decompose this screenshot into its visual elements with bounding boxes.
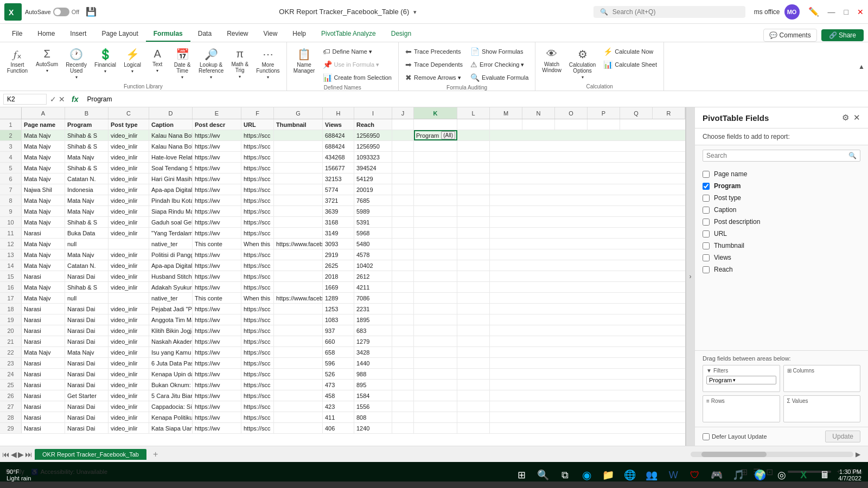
cell-L23[interactable] [457, 358, 490, 368]
cell-E15[interactable]: https://wv [193, 271, 241, 281]
cell-E7[interactable]: https://wv [193, 184, 241, 195]
cell-H14[interactable]: 2625 [323, 260, 354, 271]
cell-F2[interactable]: https://scc [241, 130, 274, 140]
col-header-R[interactable]: R [653, 107, 685, 119]
cell-J29[interactable] [392, 423, 414, 433]
cell-F28[interactable]: https://scc [241, 412, 274, 422]
field-checkbox-5[interactable] [703, 230, 710, 237]
cell-I21[interactable]: 1279 [354, 336, 392, 346]
cell-G3[interactable] [274, 141, 323, 151]
cell-H29[interactable]: 406 [323, 423, 354, 433]
cell-E19[interactable]: https://wv [193, 314, 241, 325]
cell-J8[interactable] [392, 195, 414, 206]
cell-H18[interactable]: 1253 [323, 304, 354, 314]
cell-I16[interactable]: 4211 [354, 282, 392, 292]
cell-B7[interactable]: Indonesia [65, 184, 108, 195]
ribbon-collapse[interactable]: ▲ [858, 42, 868, 91]
search-bar[interactable]: 🔍 [593, 6, 745, 18]
cell-L29[interactable] [457, 423, 490, 433]
date-time-button[interactable]: 📅 Date &Time ▾ [170, 46, 194, 82]
cell-G20[interactable] [274, 325, 323, 336]
close-button[interactable]: ✕ [857, 8, 864, 16]
cell-C10[interactable]: video_inlir [108, 217, 149, 227]
autosave-toggle[interactable]: AutoSave Off [25, 8, 79, 16]
col-header-G[interactable]: G [274, 107, 323, 119]
cell-J21[interactable] [392, 336, 414, 346]
cell-E24[interactable]: https://wv [193, 369, 241, 379]
tab-insert[interactable]: Insert [62, 27, 94, 42]
cell-N1[interactable] [522, 119, 555, 130]
col-header-L[interactable]: L [457, 107, 490, 119]
excel-taskbar-icon[interactable]: X [795, 466, 812, 484]
sheet-tab-okr[interactable]: OKR Report Tracker_Facebook_Tab [35, 449, 146, 460]
cell-K29[interactable] [414, 423, 457, 433]
cell-E13[interactable]: https://wv [193, 249, 241, 260]
cell-H19[interactable]: 1083 [323, 314, 354, 325]
cell-H11[interactable]: 3149 [323, 228, 354, 238]
cell-H9[interactable]: 3639 [323, 206, 354, 216]
formula-input[interactable] [85, 94, 865, 104]
cell-E11[interactable]: https://wv [193, 228, 241, 238]
cell-F26[interactable]: https://scc [241, 390, 274, 401]
field-checkbox-7[interactable] [703, 254, 710, 261]
tab-help[interactable]: Help [285, 27, 314, 42]
cell-I22[interactable]: 3428 [354, 347, 392, 357]
panel-collapse-handle[interactable]: › [686, 107, 694, 446]
search-taskbar-icon[interactable]: 🔍 [534, 466, 552, 484]
check-mark-icon[interactable]: ✓ [50, 95, 56, 104]
cell-D3[interactable]: Kalau Nana Boleh ya I [149, 141, 193, 151]
cell-A10[interactable]: Mata Najv [22, 217, 65, 227]
cell-A22[interactable]: Mata Najv [22, 347, 65, 357]
cell-H24[interactable]: 526 [323, 369, 354, 379]
use-in-formula-button[interactable]: 📌 Use in Formula ▾ [320, 59, 395, 70]
cell-C11[interactable]: video_inlir [108, 228, 149, 238]
cell-C20[interactable]: video_inlir [108, 325, 149, 336]
cell-H12[interactable]: 3093 [323, 239, 354, 249]
col-header-C[interactable]: C [108, 107, 149, 119]
cell-K22[interactable] [414, 347, 457, 357]
error-checking-button[interactable]: ⚠ Error Checking ▾ [467, 59, 532, 70]
cell-D12[interactable]: native_ter [149, 239, 193, 249]
cell-K17[interactable] [414, 293, 457, 303]
cell-D4[interactable]: Hate-love Relationshi [149, 152, 193, 162]
cell-E5[interactable]: https://wv [193, 163, 241, 173]
cell-E12[interactable]: This conte [193, 239, 241, 249]
autosave-switch[interactable] [53, 8, 69, 16]
cell-L5[interactable] [457, 163, 490, 173]
col-header-P[interactable]: P [588, 107, 620, 119]
gear-icon[interactable]: ⚙ [842, 113, 849, 123]
cell-B13[interactable]: Mata Najv [65, 249, 108, 260]
cell-D26[interactable]: 5 Cara Jitu Biar Ide Ka [149, 390, 193, 401]
cell-L28[interactable] [457, 412, 490, 422]
cell-D8[interactable]: Pindah Ibu Kota Diket [149, 195, 193, 206]
cell-D1[interactable]: Caption [149, 119, 193, 130]
cell-G11[interactable] [274, 228, 323, 238]
scrollbar-thumb[interactable] [701, 452, 767, 457]
cell-F9[interactable]: https://scc [241, 206, 274, 216]
cell-I17[interactable]: 7086 [354, 293, 392, 303]
cell-C13[interactable]: video_inlir [108, 249, 149, 260]
cell-I26[interactable]: 1584 [354, 390, 392, 401]
cell-F22[interactable]: https://scc [241, 347, 274, 357]
cell-L2[interactable] [457, 130, 490, 140]
cell-E27[interactable]: https://wv [193, 401, 241, 412]
cell-J11[interactable] [392, 228, 414, 238]
col-header-M[interactable]: M [490, 107, 522, 119]
cell-K3[interactable] [414, 141, 457, 151]
cell-I13[interactable]: 4578 [354, 249, 392, 260]
cell-H7[interactable]: 5774 [323, 184, 354, 195]
cell-K8[interactable] [414, 195, 457, 206]
cell-G15[interactable] [274, 271, 323, 281]
app-icon[interactable]: ◎ [773, 466, 790, 484]
cell-L24[interactable] [457, 369, 490, 379]
cell-L9[interactable] [457, 206, 490, 216]
cell-E18[interactable]: https://wv [193, 304, 241, 314]
cell-L27[interactable] [457, 401, 490, 412]
edge-icon[interactable]: ◉ [578, 466, 595, 484]
cell-B20[interactable]: Narasi Dai [65, 325, 108, 336]
cell-K5[interactable] [414, 163, 457, 173]
cell-A2[interactable]: Mata Najv [22, 130, 65, 140]
cell-F25[interactable]: https://scc [241, 380, 274, 390]
cell-B27[interactable]: Narasi Dai [65, 401, 108, 412]
cell-B4[interactable]: Mata Najv [65, 152, 108, 162]
